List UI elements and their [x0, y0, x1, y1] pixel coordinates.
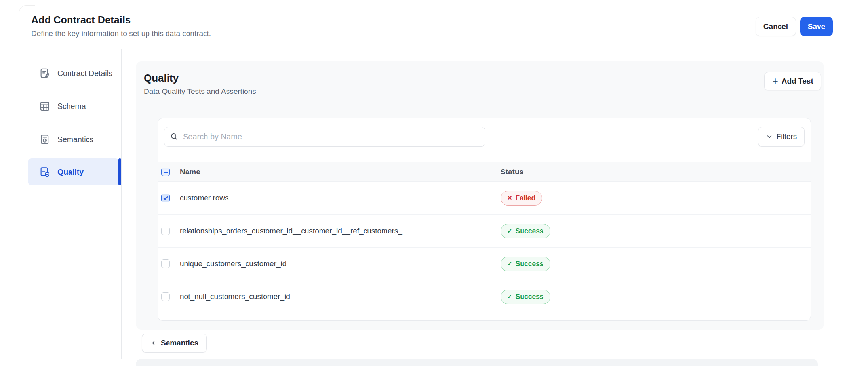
sidebar-divider — [121, 49, 122, 359]
file-chart-icon — [39, 133, 51, 145]
sidebar-item-label: Schema — [57, 102, 86, 111]
sidebar-item-schema[interactable]: Schema — [28, 95, 120, 117]
test-name: relationships_orders_customer_id__custom… — [180, 227, 501, 235]
table-row[interactable]: not_null_customers_customer_id ✓ Success — [158, 280, 811, 313]
check-icon: ✓ — [507, 293, 512, 300]
status-badge: ✓ Success — [501, 257, 550, 271]
status-label: Failed — [516, 194, 536, 202]
indeterminate-minus-icon — [164, 172, 168, 173]
sidebar-item-label: Quality — [57, 168, 84, 177]
check-icon — [163, 195, 168, 201]
row-checkbox[interactable] — [161, 194, 170, 202]
table-row[interactable]: customer rows ✕ Failed — [158, 182, 811, 215]
table-row[interactable]: relationships_orders_customer_id__custom… — [158, 215, 811, 248]
plus-icon: + — [772, 76, 778, 86]
check-icon: ✓ — [507, 227, 512, 234]
status-label: Success — [516, 227, 544, 235]
column-header-name[interactable]: Name — [180, 168, 501, 176]
quality-section-panel: Quality Data Quality Tests and Assertion… — [136, 61, 824, 330]
wizard-step-nav: Contract Details Schema Semantics Qualit… — [28, 0, 120, 366]
tests-toolbar: Filters — [158, 118, 811, 162]
tests-card: Filters Name Status customer rows — [158, 118, 811, 321]
sidebar-item-label: Contract Details — [57, 69, 112, 78]
x-icon: ✕ — [507, 194, 512, 202]
filters-label: Filters — [777, 132, 797, 141]
chevron-left-icon — [150, 339, 157, 347]
section-subtitle: Data Quality Tests and Assertions — [144, 87, 256, 96]
table-header-row: Name Status — [158, 162, 811, 182]
status-badge: ✓ Success — [501, 290, 550, 304]
header-actions: Cancel Save — [756, 17, 833, 36]
section-title: Quality — [144, 72, 179, 84]
table-grid-icon — [39, 100, 51, 112]
test-name: not_null_customers_customer_id — [180, 292, 501, 301]
file-shield-check-icon — [39, 166, 51, 178]
next-section-panel-edge — [136, 359, 818, 366]
chevron-down-icon — [766, 133, 773, 140]
add-test-label: Add Test — [782, 77, 813, 86]
back-button-label: Semantics — [161, 339, 198, 347]
sidebar-item-quality[interactable]: Quality — [28, 158, 120, 185]
test-name: unique_customers_customer_id — [180, 259, 501, 268]
save-button[interactable]: Save — [800, 17, 833, 36]
sidebar-item-semantics[interactable]: Semantics — [28, 128, 120, 151]
dialog-header: Add Contract Details Define the key info… — [0, 0, 868, 49]
row-checkbox[interactable] — [161, 259, 170, 268]
row-checkbox[interactable] — [161, 292, 170, 301]
add-test-button[interactable]: + Add Test — [764, 72, 821, 90]
status-label: Success — [516, 260, 544, 268]
file-pen-icon — [39, 67, 51, 79]
status-badge: ✓ Success — [501, 224, 550, 238]
search-input[interactable] — [164, 127, 485, 147]
select-all-checkbox[interactable] — [161, 168, 170, 176]
test-name: customer rows — [180, 194, 501, 202]
check-icon: ✓ — [507, 260, 512, 267]
filters-button[interactable]: Filters — [758, 127, 805, 147]
status-label: Success — [516, 293, 544, 301]
search-box — [164, 127, 485, 147]
table-row[interactable]: unique_customers_customer_id ✓ Success — [158, 248, 811, 280]
status-badge: ✕ Failed — [501, 191, 542, 206]
sidebar-item-contract-details[interactable]: Contract Details — [28, 62, 120, 84]
cancel-button[interactable]: Cancel — [756, 17, 796, 36]
sidebar-item-label: Semantics — [57, 135, 93, 144]
row-checkbox[interactable] — [161, 227, 170, 235]
column-header-status[interactable]: Status — [501, 168, 811, 176]
back-to-semantics-button[interactable]: Semantics — [142, 334, 207, 353]
search-icon — [170, 132, 179, 141]
